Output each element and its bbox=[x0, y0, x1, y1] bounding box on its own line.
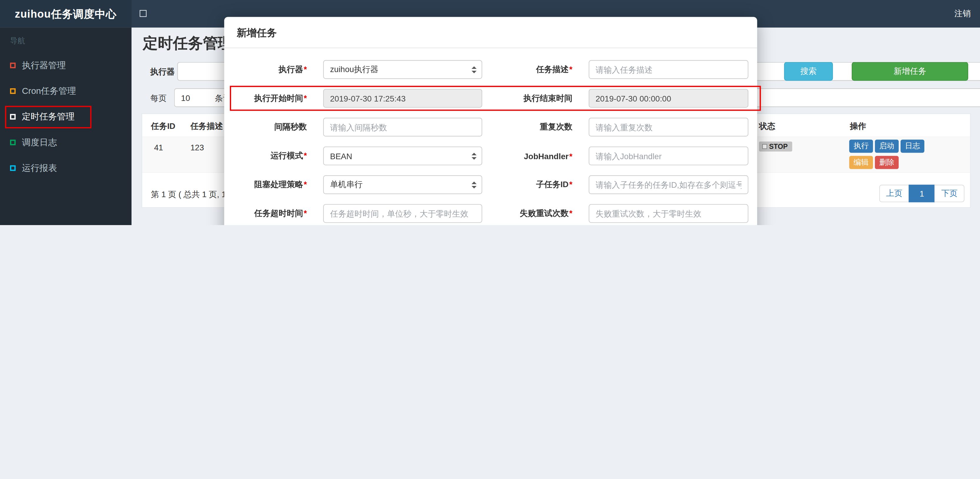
block-strategy-select[interactable]: 单机串行 bbox=[323, 175, 482, 194]
sidebar: 导航 执行器管理 Cron任务管理 定时任务管理 调度日志 运行报表 bbox=[0, 28, 132, 225]
cell-task-desc: 123 bbox=[191, 143, 204, 152]
sidebar-item-label: 运行报表 bbox=[22, 162, 57, 173]
sidebar-item-schedule-log[interactable]: 调度日志 bbox=[0, 129, 132, 155]
select-arrows-icon bbox=[471, 181, 476, 188]
sidebar-item-label: 定时任务管理 bbox=[22, 111, 75, 123]
form-row-runmode-handler: 运行模式* BEAN JobHandler* bbox=[224, 146, 757, 166]
select-arrows-icon bbox=[471, 153, 476, 159]
block-strategy-label: 阻塞处理策略* bbox=[235, 179, 323, 190]
retry-count-label: 失败重试次数* bbox=[482, 208, 589, 219]
executor-filter-label: 执行器 bbox=[150, 67, 175, 78]
task-desc-input[interactable] bbox=[589, 60, 748, 79]
jobhandler-label: JobHandler* bbox=[482, 151, 589, 161]
task-desc-label: 任务描述* bbox=[482, 64, 589, 75]
search-button[interactable]: 搜索 bbox=[784, 62, 833, 81]
interval-label: 间隔秒数 bbox=[235, 121, 323, 133]
square-icon bbox=[10, 63, 16, 68]
start-button[interactable]: 启动 bbox=[875, 140, 899, 153]
square-icon bbox=[10, 140, 16, 145]
form-row-exec-time: 执行开始时间* 执行结束时间 bbox=[224, 89, 757, 108]
sidebar-item-label: 调度日志 bbox=[22, 137, 57, 148]
col-header-task-desc: 任务描述 bbox=[191, 121, 223, 132]
select-arrows-icon bbox=[471, 66, 476, 73]
required-marker: * bbox=[304, 180, 307, 189]
sidebar-item-cron-task-manage[interactable]: Cron任务管理 bbox=[0, 78, 132, 104]
interval-input[interactable] bbox=[323, 118, 482, 137]
page-1-button[interactable]: 1 bbox=[909, 185, 935, 202]
modal-title: 新增任务 bbox=[224, 17, 757, 48]
form-row-timeout-retry: 任务超时时间* 失败重试次数* bbox=[224, 204, 757, 223]
edit-button[interactable]: 编辑 bbox=[850, 156, 873, 169]
sidebar-item-label: Cron任务管理 bbox=[22, 85, 76, 97]
cell-task-id: 41 bbox=[154, 143, 163, 152]
execute-button[interactable]: 执行 bbox=[850, 140, 873, 153]
add-task-button[interactable]: 新增任务 bbox=[852, 62, 968, 81]
sidebar-item-label: 执行器管理 bbox=[22, 60, 66, 71]
start-time-input[interactable] bbox=[323, 89, 482, 108]
brand-logo[interactable]: zuihou任务调度中心 bbox=[0, 0, 132, 28]
required-marker: * bbox=[569, 64, 573, 74]
run-mode-select[interactable]: BEAN bbox=[323, 146, 482, 166]
timeout-input[interactable] bbox=[323, 204, 482, 223]
end-time-label: 执行结束时间 bbox=[482, 93, 589, 104]
form-row-interval-repeat: 间隔秒数 重复次数 bbox=[224, 118, 757, 137]
square-icon bbox=[10, 166, 16, 171]
repeat-count-input[interactable] bbox=[589, 118, 748, 137]
square-icon bbox=[762, 144, 767, 149]
pagination: 上页 1 下页 bbox=[879, 185, 964, 202]
executor-select[interactable]: zuihou执行器 bbox=[323, 60, 482, 79]
sidebar-toggle-icon[interactable] bbox=[140, 10, 146, 17]
col-header-status: 状态 bbox=[759, 121, 775, 132]
sidebar-item-executor-manage[interactable]: 执行器管理 bbox=[0, 53, 132, 78]
required-marker: * bbox=[304, 208, 307, 218]
timeout-label: 任务超时时间* bbox=[235, 208, 323, 219]
required-marker: * bbox=[304, 64, 307, 74]
form-row-executor: 执行器* zuihou执行器 任务描述* bbox=[224, 60, 757, 79]
square-icon bbox=[10, 88, 16, 94]
per-page-prefix: 每页 bbox=[150, 93, 167, 104]
sidebar-item-timed-task-manage[interactable]: 定时任务管理 bbox=[0, 104, 132, 129]
row-actions: 执行启动日志 编辑删除 bbox=[850, 140, 956, 172]
start-time-label: 执行开始时间* bbox=[235, 93, 323, 104]
col-header-task-id: 任务ID bbox=[151, 121, 175, 132]
page-title: 定时任务管理 bbox=[143, 33, 233, 53]
run-mode-label: 运行模式* bbox=[235, 150, 323, 162]
prev-page-button[interactable]: 上页 bbox=[879, 185, 909, 202]
retry-count-input[interactable] bbox=[589, 204, 748, 223]
status-badge: STOP bbox=[759, 142, 792, 151]
child-task-label: 子任务ID* bbox=[482, 179, 589, 190]
jobhandler-input[interactable] bbox=[589, 146, 748, 166]
required-marker: * bbox=[569, 208, 573, 218]
add-task-modal: 新增任务 执行器* zuihou执行器 任务描述* 执行开始时间* 执行结束时间 bbox=[224, 17, 757, 225]
delete-button[interactable]: 删除 bbox=[875, 156, 899, 169]
repeat-count-label: 重复次数 bbox=[482, 121, 589, 133]
required-marker: * bbox=[304, 93, 307, 103]
logout-link[interactable]: 注销 bbox=[955, 0, 970, 28]
child-task-input[interactable] bbox=[589, 175, 748, 194]
end-time-input[interactable] bbox=[589, 89, 748, 108]
screen: zuihou任务调度中心 注销 导航 执行器管理 Cron任务管理 定时任务管理… bbox=[0, 0, 980, 225]
required-marker: * bbox=[569, 151, 573, 161]
square-icon bbox=[10, 114, 16, 119]
executor-label: 执行器* bbox=[235, 64, 323, 75]
required-marker: * bbox=[569, 180, 573, 189]
log-button[interactable]: 日志 bbox=[900, 140, 924, 153]
form-row-block-childtask: 阻塞处理策略* 单机串行 子任务ID* bbox=[224, 175, 757, 194]
sidebar-section-label: 导航 bbox=[0, 28, 132, 53]
per-page-value: 10 bbox=[181, 93, 190, 102]
modal-form: 执行器* zuihou执行器 任务描述* 执行开始时间* 执行结束时间 间 bbox=[224, 48, 757, 225]
next-page-button[interactable]: 下页 bbox=[934, 185, 964, 202]
required-marker: * bbox=[304, 151, 307, 160]
sidebar-item-run-report[interactable]: 运行报表 bbox=[0, 155, 132, 181]
col-header-actions: 操作 bbox=[850, 121, 866, 132]
